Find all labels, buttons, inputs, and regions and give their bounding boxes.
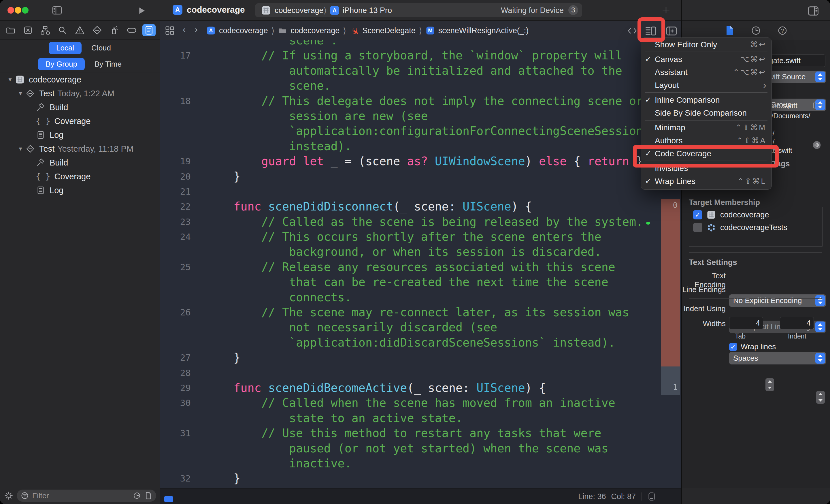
toggle-right-sidebar-icon[interactable]: [807, 5, 820, 17]
source-editor[interactable]: scene`.17 // If using a storyboard, the …: [160, 40, 681, 488]
navigator-tab-xsq-icon[interactable]: [21, 24, 35, 36]
menu-item-canvas[interactable]: ✓Canvas⌥⌘↩: [641, 53, 771, 66]
file-inspector-icon[interactable]: [724, 25, 735, 36]
divider: [160, 0, 160, 504]
braces-icon: { }: [36, 177, 51, 177]
line-number: 26: [160, 305, 191, 320]
add-editor-icon[interactable]: [665, 25, 678, 37]
navigator-tab-diam-icon[interactable]: [91, 24, 104, 36]
target-label: codecoverageTests: [720, 223, 787, 232]
line-number: 23: [160, 214, 191, 229]
menu-item-minimap[interactable]: Minimap⌃⇧⌘M: [641, 121, 771, 134]
recent-filter-icon[interactable]: [133, 491, 141, 500]
tab-width-stepper[interactable]: [765, 378, 774, 391]
scheme-project[interactable]: codecoverage: [275, 6, 324, 15]
indent-using-popup[interactable]: Spaces: [729, 352, 826, 365]
indent-width-field[interactable]: 4: [780, 317, 814, 329]
code-line: scene`.: [160, 40, 681, 48]
text-encoding-popup[interactable]: No Explicit Encoding: [729, 294, 826, 307]
appblue-icon: A: [206, 26, 216, 35]
navigator-tab-flow-icon[interactable]: [39, 24, 52, 36]
bottombar-toggle-icon[interactable]: [647, 492, 657, 501]
tree-item-build[interactable]: Build: [0, 100, 160, 114]
tree-item-log[interactable]: Log: [0, 128, 160, 142]
scheme-selector[interactable]: codecoverage ⟩ A iPhone 13 Pro Waiting f…: [255, 3, 582, 17]
navigator-tab-folder-icon[interactable]: [4, 24, 17, 36]
file-filter-icon[interactable]: [144, 491, 153, 500]
navigator-tab-warn-icon[interactable]: [73, 24, 87, 36]
menu-item-layout[interactable]: Layout›: [641, 79, 771, 92]
navigator-panel: Local Cloud By Group By Time ▾codecovera…: [0, 40, 160, 485]
breadcrumb-separator: ⟩: [343, 26, 346, 35]
indent-width-stepper[interactable]: [816, 391, 825, 404]
forward-icon[interactable]: ›: [195, 25, 198, 34]
code-line: 19 guard let _ = (scene as? UIWindowScen…: [160, 154, 681, 169]
window-title: A codecoverage: [172, 4, 245, 15]
tree-item-test[interactable]: ▾TestToday, 1:22 AM: [0, 87, 160, 100]
menu-item-inline-comparison[interactable]: ✓Inline Comparison: [641, 93, 771, 106]
tree-item-coverage[interactable]: { }Coverage: [0, 114, 160, 128]
target-checkbox[interactable]: [693, 223, 702, 232]
appgray-icon: [706, 210, 716, 220]
navigator-tab-list-icon[interactable]: [142, 24, 156, 36]
breadcrumb-item[interactable]: sceneWillResignActive(_:): [438, 26, 529, 35]
tree-item-codecoverage[interactable]: ▾codecoverage: [0, 73, 160, 87]
related-items-icon[interactable]: [164, 25, 175, 36]
target-membership-header: Target Membership: [689, 198, 760, 207]
coverage-uncovered-region: [661, 199, 680, 367]
menu-item-wrap-lines[interactable]: ✓Wrap Lines⌃⇧⌘L: [641, 175, 771, 188]
navigator-tab-spray-icon[interactable]: [108, 24, 121, 36]
tree-item-test[interactable]: ▾TestYesterday, 11:18 PM: [0, 142, 160, 156]
tab-width-field[interactable]: 4: [729, 317, 763, 329]
segment-cloud[interactable]: Cloud: [91, 43, 111, 53]
target-checkbox[interactable]: ✓: [693, 210, 702, 219]
code-line: that can be re-created the next time the…: [160, 275, 681, 289]
tree-item-coverage[interactable]: { }Coverage: [0, 169, 160, 183]
tree-item-build[interactable]: Build: [0, 156, 160, 169]
disclosure-chevron-icon[interactable]: ▾: [15, 90, 25, 97]
back-icon[interactable]: ‹: [183, 25, 186, 34]
breadcrumb-item[interactable]: codecoverage: [219, 26, 268, 35]
breadcrumb-item[interactable]: SceneDelegate: [362, 26, 416, 35]
quick-help-icon[interactable]: ?: [777, 25, 788, 36]
segment-by-time[interactable]: By Time: [95, 60, 122, 69]
breadcrumb-item[interactable]: codecoverage: [291, 26, 340, 35]
filter-field[interactable]: Filter: [17, 490, 156, 502]
scheme-device[interactable]: iPhone 13 Pro: [343, 6, 392, 15]
gear-icon[interactable]: [3, 491, 14, 501]
indent-caption: Indent: [788, 333, 806, 340]
minimize-button[interactable]: [15, 7, 21, 13]
navigator-filter-bar: Filter: [0, 487, 160, 504]
hammer-icon: [36, 102, 45, 112]
tree-item-label: Test: [39, 144, 55, 154]
run-button[interactable]: [137, 6, 147, 15]
code-review-icon[interactable]: [627, 26, 637, 36]
menu-item-assistant[interactable]: Assistant⌃⌥⌘↩: [641, 66, 771, 79]
segment-local[interactable]: Local: [49, 42, 82, 54]
issues-badge[interactable]: 3: [568, 5, 578, 15]
toggle-left-sidebar-icon[interactable]: [51, 5, 63, 16]
tree-item-label: codecoverage: [29, 75, 81, 85]
svg-text:?: ?: [781, 28, 784, 34]
divider: [689, 298, 822, 299]
toolbar: A codecoverage codecoverage ⟩ A iPhone 1…: [0, 0, 830, 21]
menu-item-side-by-side-comparison[interactable]: Side By Side Comparison: [641, 106, 771, 119]
disclosure-chevron-icon[interactable]: ▾: [15, 145, 25, 153]
breadcrumb-separator: ⟩: [419, 26, 422, 35]
segment-by-group[interactable]: By Group: [38, 58, 85, 70]
history-inspector-icon[interactable]: [750, 25, 762, 36]
annotation-editor-options: [637, 17, 665, 42]
zoom-button[interactable]: [22, 7, 29, 13]
menu-item-label: Wrap Lines: [655, 177, 695, 186]
focus-chip[interactable]: [164, 496, 173, 502]
navigator-tab-tag-icon[interactable]: [125, 24, 138, 36]
close-button[interactable]: [7, 7, 14, 13]
reveal-arrow-icon[interactable]: [811, 140, 822, 150]
disclosure-chevron-icon[interactable]: ▾: [5, 76, 15, 83]
navigator-tab-search-icon[interactable]: [56, 24, 69, 36]
wrap-lines-checkbox[interactable]: ✓: [729, 343, 737, 351]
tree-item-log[interactable]: Log: [0, 183, 160, 197]
wrap-lines-row[interactable]: ✓ Wrap lines: [729, 342, 776, 351]
code-line: 24 // This occurs shortly after the scen…: [160, 229, 681, 244]
add-tab-icon[interactable]: [661, 5, 671, 15]
